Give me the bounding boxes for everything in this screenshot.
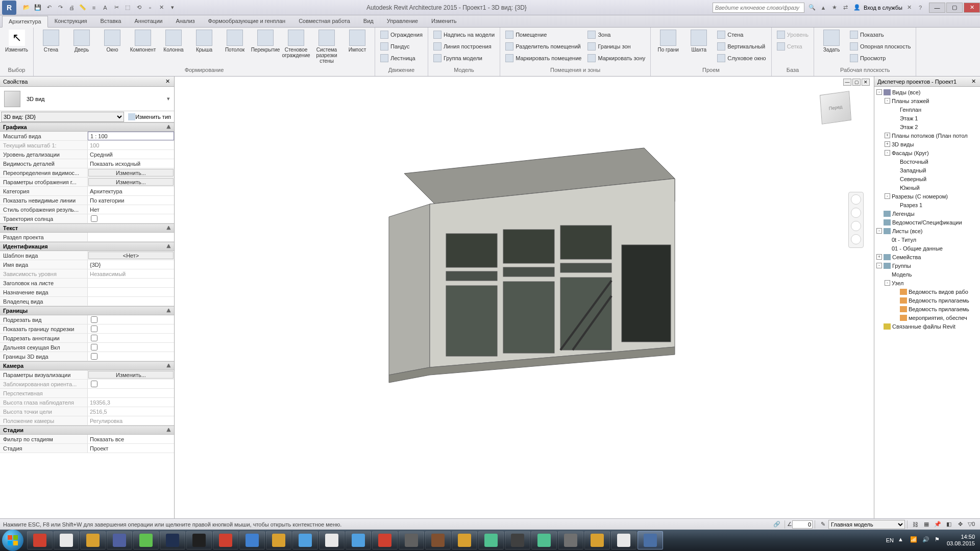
taskbar-app-button[interactable] [80,531,106,549]
taskbar-app-button[interactable] [213,531,238,549]
tree-item[interactable]: 0t - Титул [874,235,980,244]
ribbon-button[interactable]: Импост [343,29,372,54]
taskbar-app-button[interactable] [638,531,663,549]
tree-item[interactable]: Связанные файлы Revit [874,322,980,331]
steering-wheel-icon[interactable] [851,194,861,205]
property-value[interactable]: 19356,3 [88,398,174,407]
tree-item[interactable]: +Семейства [874,253,980,261]
browser-close-icon[interactable]: ✕ [970,78,977,85]
taskbar-app-button[interactable] [452,531,477,549]
property-value[interactable]: Изменить... [88,371,174,379]
view-cube[interactable]: Перед [813,87,859,133]
qat-save-icon[interactable]: 💾 [33,3,43,13]
taskbar-app-button[interactable] [399,531,424,549]
ribbon-small-button[interactable]: Маркировать зону [585,53,647,64]
tree-item[interactable]: Модель [874,270,980,279]
ribbon-button[interactable]: Стена [37,29,65,54]
property-value[interactable] [88,389,174,397]
ribbon-small-button[interactable]: Вертикальный [715,41,768,52]
tree-item[interactable]: 01 - Общие данные [874,244,980,253]
ribbon-small-button[interactable]: Пандус [378,41,425,52]
tree-expander-icon[interactable]: - [885,150,890,156]
tree-expander-icon[interactable]: - [876,228,882,234]
ribbon-button[interactable]: Перекрытие [251,29,280,54]
ribbon-small-button[interactable]: Стена [715,29,768,40]
ribbon-tab[interactable]: Вид [357,15,380,27]
property-value[interactable]: Показать все [88,435,174,443]
user-icon[interactable]: 👤 [852,3,862,12]
qat-section-icon[interactable]: ✂ [111,3,121,13]
taskbar-app-button[interactable] [186,531,212,549]
ribbon-button[interactable]: Компонент [129,29,157,54]
workset-select[interactable]: Главная модель [828,520,905,529]
ribbon-small-button[interactable]: Ограждения [378,29,425,40]
ribbon-button[interactable]: Стеновое ограждение [282,29,310,59]
property-checkbox[interactable] [91,353,97,360]
select-underlay-icon[interactable]: ▦ [922,520,931,529]
ribbon-tab[interactable]: Управление [380,15,425,27]
tree-item[interactable]: Разрез 1 [874,201,980,209]
viewport-3d[interactable]: — ▢ ✕ Перед [175,77,874,534]
tray-action-icon[interactable]: ⚑ [935,536,943,544]
tree-item[interactable]: +Планы потолков (План потол [874,131,980,140]
tree-expander-icon[interactable]: + [885,133,890,138]
tree-item[interactable]: Ведомость прилагаемь [874,305,980,313]
tree-item[interactable]: +3D виды [874,140,980,148]
qat-undo-icon[interactable]: ↶ [44,3,54,13]
edit-type-button[interactable]: Изменить тип [125,112,174,122]
ribbon-small-button[interactable]: Маркировать помещение [503,53,583,64]
property-value[interactable] [88,343,174,352]
taskbar-app-button[interactable] [27,531,53,549]
taskbar-app-button[interactable] [346,531,371,549]
tree-item[interactable]: -Листы (все) [874,227,980,235]
worksets-icon[interactable]: 🔗 [772,520,781,529]
tree-item[interactable]: Западный [874,166,980,174]
property-value[interactable] [88,315,174,324]
tree-expander-icon[interactable]: - [885,280,890,286]
property-value[interactable]: Изменить... [88,178,174,186]
infocenter-icon[interactable]: 🔍 [807,3,817,12]
ribbon-button[interactable]: Система разрезки стены [312,29,341,65]
qat-close-icon[interactable]: ✕ [156,3,166,13]
ribbon-button[interactable]: Колонна [159,29,188,54]
minimize-button[interactable]: — [929,3,945,13]
start-button[interactable] [2,530,23,551]
tree-item[interactable]: Легенды [874,209,980,218]
property-value[interactable]: 2516,5 [88,407,174,416]
property-value[interactable] [88,233,174,241]
drag-elements-icon[interactable]: ✥ [955,520,965,529]
property-value[interactable]: Независимый [88,269,174,278]
tree-expander-icon[interactable]: - [885,193,890,199]
tree-item[interactable]: Генплан [874,105,980,114]
ribbon-small-button[interactable]: Опорная плоскость [848,41,913,52]
taskbar-app-button[interactable] [319,531,345,549]
property-category[interactable]: Камера⯅ [0,361,174,370]
input-language[interactable]: EN [886,537,894,543]
ribbon-small-button[interactable]: Разделитель помещений [503,41,583,52]
tree-item[interactable]: -Виды (все) [874,88,980,96]
qat-switch-icon[interactable]: ▫ [145,3,155,13]
exchange-icon[interactable]: ⇄ [841,3,850,12]
taskbar-app-button[interactable] [239,531,265,549]
tree-item[interactable]: мероприятия, обеспеч [874,313,980,322]
view-cube-face[interactable]: Перед [820,91,851,124]
taskbar-app-button[interactable] [531,531,557,549]
ribbon-small-button[interactable]: Сетка [775,41,811,52]
properties-close-icon[interactable]: ✕ [164,78,171,85]
ribbon-small-button[interactable]: Слуховое окно [715,53,768,64]
tree-item[interactable]: -Фасады (Круг) [874,148,980,157]
editable-only-icon[interactable]: ✎ [818,520,827,529]
by-face-button[interactable]: По грани [654,29,682,54]
tree-expander-icon[interactable]: + [885,141,890,147]
maximize-button[interactable]: ▢ [946,3,963,13]
property-value[interactable] [88,352,174,361]
qat-redo-icon[interactable]: ↷ [55,3,65,13]
tree-item[interactable]: -Разрезы (С номером) [874,192,980,201]
tray-flag-icon[interactable]: ▲ [898,536,906,544]
view-restore-icon[interactable]: ▢ [852,79,861,86]
app-menu-button[interactable]: R [2,1,16,15]
tree-item[interactable]: Южный [874,183,980,192]
property-checkbox[interactable] [91,215,97,222]
ribbon-small-button[interactable]: Помещение [503,29,583,40]
qat-print-icon[interactable]: 🖨 [66,3,77,13]
